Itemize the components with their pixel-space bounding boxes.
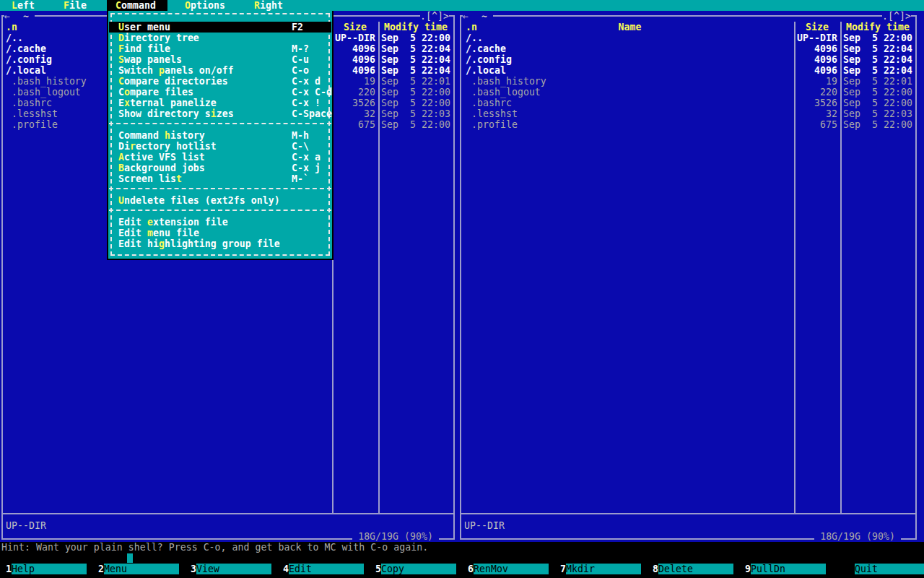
label-text: ectory hotlist [136,141,217,152]
menu-item-edit-extension-file[interactable]: Edit extension file [118,217,328,228]
label-text: ser menu [124,22,170,33]
label-text: wap panels [124,54,182,65]
fkey-9-pulldn[interactable]: 9PullDn [739,564,832,574]
label-text: Di [118,141,130,152]
file-row[interactable]: .bash_logout220Sep 5 22:00 [461,87,915,98]
menu-item-compare-directories[interactable]: Compare directoriesC-x d [118,76,328,87]
column-header-name[interactable]: Name [466,22,794,33]
fkey-number: 9 [739,564,751,574]
file-mtime: Sep 5 22:03 [381,108,450,119]
file-mtime: Sep 5 22:04 [381,54,450,65]
column-header-mtime[interactable]: Modify time [384,22,448,33]
fkey-10-quit[interactable]: 10Quit [832,564,924,574]
menu-item-show-directory-sizes[interactable]: Show directory sizesC-Space [118,108,328,119]
file-name: .bash_logout [466,87,541,98]
column-header-size[interactable]: Size [332,22,378,33]
fkey-label: Delete [658,564,733,574]
panel-right: ← ~ .[^]>.nNameSizeModify time/..UP--DIR… [460,11,917,542]
terminal-cursor[interactable] [127,553,133,563]
file-row[interactable]: /.config4096Sep 5 22:04 [461,54,915,65]
file-name: /.cache [466,43,506,54]
column-header-size[interactable]: Size [794,22,840,33]
column-header-mtime[interactable]: Modify time [846,22,910,33]
shell-prompt-row[interactable]: midnight@commander:~$ [0,553,924,564]
file-row[interactable]: /.cache4096Sep 5 22:04 [461,43,915,54]
hotkey-letter: r [130,141,136,152]
menu-item-undelete-files-ext2fs-only-[interactable]: Undelete files (ext2fs only) [118,195,328,206]
fkey-7-mkdir[interactable]: 7Mkdir [554,564,647,574]
menu-shortcut: M-h [292,130,309,141]
menu-item-compare-files[interactable]: Compare filesC-x C-d [118,87,328,98]
fkey-3-view[interactable]: 3View [185,564,277,574]
menu-item-background-jobs[interactable]: Background jobsC-x j [118,163,328,173]
label-text: anels on/off [165,65,234,76]
hotkey-letter: i [211,108,217,119]
fkey-2-menu[interactable]: 2Menu [92,564,185,574]
menu-separator [109,123,331,124]
menu-item-edit-highlighting-group-file[interactable]: Edit highlighting group file [118,238,328,249]
fkey-4-edit[interactable]: 4Edit [277,564,370,574]
label-text: ind file [124,43,170,54]
menubar-item-right[interactable]: Right [254,0,283,11]
menu-shortcut: C-Space [292,108,332,119]
mini-status-divider [3,513,453,514]
menu-item-swap-panels[interactable]: Swap panelsC-u [118,54,328,65]
file-row[interactable]: /..UP--DIRSep 5 22:00 [461,33,915,43]
mini-status: UP--DIR [6,520,46,531]
menubar-item-options[interactable]: Options [185,0,225,11]
file-mtime: Sep 5 22:04 [843,65,912,76]
menu-shortcut: M-` [292,173,309,184]
file-name: .profile [466,119,518,130]
panel-path[interactable]: ~ [476,11,493,22]
fkey-label: PullDn [751,564,826,574]
label-text: ight [260,0,283,11]
menu-item-external-panelize[interactable]: External panelizeC-x ! [118,98,328,108]
menu-item-screen-list[interactable]: Screen listM-` [118,173,328,184]
file-row[interactable]: .bashrc3526Sep 5 22:00 [461,98,915,108]
menubar-item-left[interactable]: Left [12,0,35,11]
file-row[interactable]: .lesshst32Sep 5 22:03 [461,108,915,119]
fkey-1-help[interactable]: 1Help [0,564,92,574]
file-name: .bash_history [6,76,87,87]
label-text: ternal panelize [130,98,217,108]
panel-border-right [453,15,455,540]
file-name: /.local [6,65,46,76]
menu-item-find-file[interactable]: Find fileM-? [118,43,328,54]
fkey-8-delete[interactable]: 8Delete [647,564,739,574]
label-text: Screen lis [118,173,176,184]
label-text: E [118,98,124,108]
hotkey-letter: O [185,0,191,11]
menubar-item-command[interactable]: Command [116,0,156,11]
menu-item-directory-tree[interactable]: Directory tree [118,33,328,43]
file-row[interactable]: .profile675Sep 5 22:00 [461,119,915,130]
file-size: 19 [797,76,837,87]
fkey-number: 4 [277,564,289,574]
menu-item-command-history[interactable]: Command historyM-h [118,130,328,141]
hint-line: Hint: Want your plain shell? Press C-o, … [1,542,428,553]
menu-item-user-menu[interactable]: User menuF2 [118,22,328,33]
hotkey-letter: F [118,43,124,54]
fkey-6-renmov[interactable]: 6RenMov [462,564,554,574]
menu-item-active-vfs-list[interactable]: Active VFS listC-x a [118,152,328,163]
fkey-5-copy[interactable]: 5Copy [370,564,462,574]
fkey-number: 5 [370,564,381,574]
label-text: Edit [118,228,147,238]
panel-path[interactable]: ~ [17,11,35,22]
label-text: zes [217,108,234,119]
hotkey-letter: C [118,76,124,87]
panel-corner-markers[interactable]: .[^]> [882,11,911,22]
menubar-item-file[interactable]: File [64,0,87,11]
file-row[interactable]: /.local4096Sep 5 22:04 [461,65,915,76]
file-row[interactable]: .bash_history19Sep 5 22:01 [461,76,915,87]
function-key-bar: 1Help2Menu3View4Edit5Copy6RenMov7Mkdir8D… [0,564,924,574]
menu-item-edit-menu-file[interactable]: Edit menu file [118,228,328,238]
file-size: 675 [335,119,375,130]
menu-shortcut: F2 [292,22,303,33]
menu-item-directory-hotlist[interactable]: Directory hotlistC-\ [118,141,328,152]
hotkey-letter: B [118,163,124,173]
panel-corner-markers[interactable]: .[^]> [420,11,449,22]
label-text: C [118,87,124,98]
file-size: 220 [797,87,837,98]
file-mtime: Sep 5 22:00 [381,87,450,98]
menu-item-switch-panels-on-off[interactable]: Switch panels on/offC-o [118,65,328,76]
